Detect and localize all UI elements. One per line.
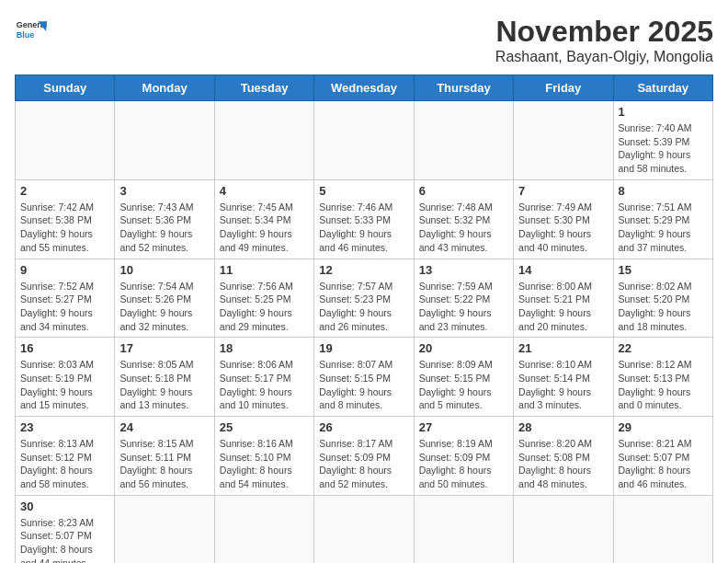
day-info: Sunrise: 8:02 AMSunset: 5:20 PMDaylight:… — [619, 280, 708, 334]
logo: General Blue — [15, 15, 48, 48]
day-info: Sunrise: 7:59 AMSunset: 5:22 PMDaylight:… — [419, 280, 508, 334]
calendar-cell — [314, 101, 414, 180]
day-number: 24 — [119, 420, 209, 434]
day-number: 19 — [319, 341, 408, 355]
day-info: Sunrise: 7:48 AMSunset: 5:32 PMDaylight:… — [419, 201, 508, 255]
day-info: Sunrise: 8:20 AMSunset: 5:08 PMDaylight:… — [518, 437, 608, 491]
weekday-header-friday: Friday — [514, 75, 613, 101]
day-number: 2 — [20, 184, 109, 198]
day-number: 15 — [619, 263, 708, 277]
day-number: 9 — [20, 263, 109, 277]
calendar-cell: 6Sunrise: 7:48 AMSunset: 5:32 PMDaylight… — [414, 179, 513, 259]
day-number: 22 — [619, 341, 708, 355]
day-number: 14 — [518, 263, 608, 277]
calendar-cell: 25Sunrise: 8:16 AMSunset: 5:10 PMDayligh… — [214, 417, 313, 496]
header-area: General Blue November 2025 Rashaant, Bay… — [15, 15, 713, 65]
weekday-header-tuesday: Tuesday — [214, 75, 313, 101]
calendar-cell — [514, 101, 613, 180]
day-number: 12 — [319, 263, 408, 277]
calendar-cell: 12Sunrise: 7:57 AMSunset: 5:23 PMDayligh… — [314, 259, 414, 338]
day-info: Sunrise: 8:05 AMSunset: 5:18 PMDaylight:… — [119, 358, 209, 412]
calendar-cell: 23Sunrise: 8:13 AMSunset: 5:12 PMDayligh… — [16, 417, 115, 496]
day-number: 23 — [20, 420, 109, 434]
day-number: 5 — [319, 184, 408, 198]
week-row-0: 1Sunrise: 7:40 AMSunset: 5:39 PMDaylight… — [16, 101, 713, 180]
day-number: 4 — [220, 184, 309, 198]
day-number: 3 — [119, 184, 209, 198]
day-info: Sunrise: 7:56 AMSunset: 5:25 PMDaylight:… — [220, 280, 309, 334]
day-number: 18 — [220, 341, 309, 355]
day-info: Sunrise: 7:45 AMSunset: 5:34 PMDaylight:… — [220, 201, 309, 255]
day-number: 10 — [119, 263, 209, 277]
day-number: 21 — [518, 341, 608, 355]
weekday-header-saturday: Saturday — [613, 75, 712, 101]
calendar-cell: 20Sunrise: 8:09 AMSunset: 5:15 PMDayligh… — [414, 338, 513, 417]
day-number: 29 — [619, 420, 708, 434]
calendar-cell — [16, 101, 115, 180]
day-info: Sunrise: 8:15 AMSunset: 5:11 PMDaylight:… — [119, 437, 209, 491]
day-info: Sunrise: 7:46 AMSunset: 5:33 PMDaylight:… — [319, 201, 408, 255]
day-number: 17 — [119, 341, 209, 355]
day-info: Sunrise: 8:03 AMSunset: 5:19 PMDaylight:… — [20, 358, 109, 412]
day-info: Sunrise: 8:07 AMSunset: 5:15 PMDaylight:… — [319, 358, 408, 412]
calendar-cell — [514, 495, 613, 563]
calendar-cell: 27Sunrise: 8:19 AMSunset: 5:09 PMDayligh… — [414, 417, 513, 496]
calendar-cell: 17Sunrise: 8:05 AMSunset: 5:18 PMDayligh… — [115, 338, 214, 417]
calendar-cell: 8Sunrise: 7:51 AMSunset: 5:29 PMDaylight… — [613, 179, 712, 259]
calendar-cell: 14Sunrise: 8:00 AMSunset: 5:21 PMDayligh… — [514, 259, 613, 338]
calendar-cell — [115, 495, 214, 563]
day-number: 13 — [419, 263, 508, 277]
calendar-cell — [414, 495, 513, 563]
calendar-cell — [214, 101, 313, 180]
calendar-cell: 21Sunrise: 8:10 AMSunset: 5:14 PMDayligh… — [514, 338, 613, 417]
calendar-cell: 29Sunrise: 8:21 AMSunset: 5:07 PMDayligh… — [613, 417, 712, 496]
week-row-4: 23Sunrise: 8:13 AMSunset: 5:12 PMDayligh… — [16, 417, 713, 496]
weekday-header-wednesday: Wednesday — [314, 75, 414, 101]
day-info: Sunrise: 8:00 AMSunset: 5:21 PMDaylight:… — [518, 280, 608, 334]
calendar-cell — [115, 101, 214, 180]
day-info: Sunrise: 8:19 AMSunset: 5:09 PMDaylight:… — [419, 437, 508, 491]
day-info: Sunrise: 7:43 AMSunset: 5:36 PMDaylight:… — [119, 201, 209, 255]
week-row-5: 30Sunrise: 8:23 AMSunset: 5:07 PMDayligh… — [16, 495, 713, 563]
logo-icon: General Blue — [15, 15, 48, 48]
day-info: Sunrise: 8:17 AMSunset: 5:09 PMDaylight:… — [319, 437, 408, 491]
month-title: November 2025 — [495, 15, 713, 49]
weekday-header-thursday: Thursday — [414, 75, 513, 101]
calendar-cell: 24Sunrise: 8:15 AMSunset: 5:11 PMDayligh… — [115, 417, 214, 496]
day-number: 20 — [419, 341, 508, 355]
day-info: Sunrise: 7:42 AMSunset: 5:38 PMDaylight:… — [20, 201, 109, 255]
calendar-cell: 15Sunrise: 8:02 AMSunset: 5:20 PMDayligh… — [613, 259, 712, 338]
day-info: Sunrise: 8:10 AMSunset: 5:14 PMDaylight:… — [518, 358, 608, 412]
weekday-header-monday: Monday — [115, 75, 214, 101]
calendar-cell: 30Sunrise: 8:23 AMSunset: 5:07 PMDayligh… — [16, 495, 115, 563]
week-row-1: 2Sunrise: 7:42 AMSunset: 5:38 PMDaylight… — [16, 179, 713, 259]
day-info: Sunrise: 7:57 AMSunset: 5:23 PMDaylight:… — [319, 280, 408, 334]
week-row-2: 9Sunrise: 7:52 AMSunset: 5:27 PMDaylight… — [16, 259, 713, 338]
day-info: Sunrise: 8:23 AMSunset: 5:07 PMDaylight:… — [20, 516, 109, 563]
day-info: Sunrise: 7:51 AMSunset: 5:29 PMDaylight:… — [619, 201, 708, 255]
calendar-cell: 4Sunrise: 7:45 AMSunset: 5:34 PMDaylight… — [214, 179, 313, 259]
day-number: 30 — [20, 500, 109, 513]
calendar-cell: 22Sunrise: 8:12 AMSunset: 5:13 PMDayligh… — [613, 338, 712, 417]
calendar-cell: 9Sunrise: 7:52 AMSunset: 5:27 PMDaylight… — [16, 259, 115, 338]
calendar-cell: 7Sunrise: 7:49 AMSunset: 5:30 PMDaylight… — [514, 179, 613, 259]
day-info: Sunrise: 7:52 AMSunset: 5:27 PMDaylight:… — [20, 280, 109, 334]
day-number: 11 — [220, 263, 309, 277]
day-info: Sunrise: 8:12 AMSunset: 5:13 PMDaylight:… — [619, 358, 708, 412]
day-info: Sunrise: 8:16 AMSunset: 5:10 PMDaylight:… — [220, 437, 309, 491]
calendar-cell: 18Sunrise: 8:06 AMSunset: 5:17 PMDayligh… — [214, 338, 313, 417]
calendar-cell: 11Sunrise: 7:56 AMSunset: 5:25 PMDayligh… — [214, 259, 313, 338]
day-number: 26 — [319, 420, 408, 434]
calendar-cell: 28Sunrise: 8:20 AMSunset: 5:08 PMDayligh… — [514, 417, 613, 496]
week-row-3: 16Sunrise: 8:03 AMSunset: 5:19 PMDayligh… — [16, 338, 713, 417]
day-info: Sunrise: 7:54 AMSunset: 5:26 PMDaylight:… — [119, 280, 209, 334]
weekday-header-sunday: Sunday — [16, 75, 115, 101]
location-subtitle: Rashaant, Bayan-Olgiy, Mongolia — [495, 49, 713, 65]
day-info: Sunrise: 7:49 AMSunset: 5:30 PMDaylight:… — [518, 201, 608, 255]
weekday-header-row: SundayMondayTuesdayWednesdayThursdayFrid… — [16, 75, 713, 101]
svg-text:Blue: Blue — [17, 30, 35, 40]
day-number: 16 — [20, 341, 109, 355]
calendar-cell — [314, 495, 414, 563]
day-number: 8 — [619, 184, 708, 198]
day-number: 7 — [518, 184, 608, 198]
